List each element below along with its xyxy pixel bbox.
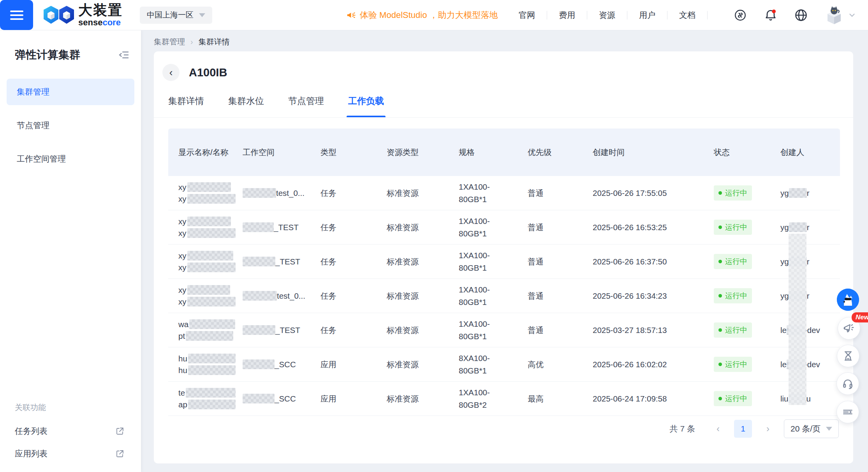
sidebar-collapse-icon[interactable] <box>118 49 130 61</box>
cell-spec: 1XA100-80GB*1 <box>459 284 528 308</box>
sidebar-item-1[interactable]: 节点管理 <box>7 112 134 139</box>
nav-divider <box>547 11 547 19</box>
name-prefix: hu <box>178 352 187 365</box>
nav-divider <box>627 11 627 19</box>
cell-name: huhu <box>178 353 243 376</box>
status-badge: 运行中 <box>714 322 752 338</box>
tab-2[interactable]: 节点管理 <box>288 95 324 118</box>
sidebar-item-2[interactable]: 工作空间管理 <box>7 146 134 172</box>
breadcrumb-parent[interactable]: 集群管理 <box>154 37 185 47</box>
nav-item-3[interactable]: 用户 <box>637 10 657 21</box>
name-line: xy <box>178 250 236 262</box>
column-header-1: 工作空间 <box>243 146 320 159</box>
main-area: 集群管理 › 集群详情 ‹ A100IB 集群详情集群水位节点管理工作负载 显示… <box>141 30 868 472</box>
sidebar-item-0[interactable]: 集群管理 <box>7 79 134 105</box>
support-button[interactable] <box>836 372 859 395</box>
tab-0[interactable]: 集群详情 <box>168 95 204 118</box>
name-censor <box>188 365 236 375</box>
name-censor <box>187 194 236 204</box>
sidebar-related-link-1[interactable]: 应用列表 <box>0 442 141 465</box>
creator-prefix: yg <box>780 187 789 199</box>
column-header-6: 创建时间 <box>593 146 714 159</box>
name-censor <box>187 251 233 261</box>
table-row: xyxytest_0...任务标准资源1XA100-80GB*1普通2025-0… <box>168 176 840 210</box>
name-censor <box>187 285 230 295</box>
cell-name: xyxy <box>178 216 243 239</box>
account-chevron-down-icon[interactable] <box>848 11 856 19</box>
sidebar-related: 关联功能 任务列表应用列表 <box>0 402 141 465</box>
collapse-list-icon <box>842 406 854 418</box>
page-size-select[interactable]: 20 条/页 <box>784 419 839 438</box>
back-button[interactable]: ‹ <box>162 64 180 81</box>
cell-spec: 1XA100-80GB*1 <box>459 181 528 206</box>
cell-resource-type: 标准资源 <box>387 358 459 371</box>
bell-icon[interactable] <box>763 7 778 23</box>
name-prefix: xy <box>178 284 187 296</box>
nav-item-2[interactable]: 资源 <box>597 10 617 21</box>
external-link-icon <box>115 449 125 458</box>
creator-prefix: liu <box>780 393 789 405</box>
name-prefix: hu <box>178 364 187 377</box>
cell-status: 运行中 <box>714 288 780 303</box>
app-root: 大装置 sensecore 中国上海一区 体验 ModelStudio ，助力大… <box>0 0 868 472</box>
tab-1[interactable]: 集群水位 <box>228 95 264 118</box>
cell-name: xyxy <box>178 181 243 205</box>
name-prefix: xy <box>178 250 187 262</box>
cell-workspace: test_0... <box>243 187 320 199</box>
collapse-panel-button[interactable] <box>836 401 859 423</box>
logo[interactable]: 大装置 sensecore <box>42 3 123 27</box>
column-header-7: 状态 <box>714 146 780 159</box>
pagination-next-button[interactable]: › <box>762 423 774 434</box>
nav-divider <box>587 11 587 19</box>
top-bar: 大装置 sensecore 中国上海一区 体验 ModelStudio ，助力大… <box>0 0 868 30</box>
name-censor <box>186 388 236 398</box>
name-line: xy <box>178 216 236 227</box>
pagination-prev-button[interactable]: ‹ <box>712 423 724 434</box>
creator-prefix: yg <box>780 290 789 302</box>
nav-item-4[interactable]: 文档 <box>678 10 697 21</box>
status-text: 运行中 <box>725 290 747 301</box>
new-badge: New <box>852 312 868 322</box>
cell-status: 运行中 <box>714 322 780 338</box>
sidebar-related-link-0[interactable]: 任务列表 <box>0 420 141 442</box>
globe-icon[interactable] <box>793 7 809 23</box>
mascot-avatar-button[interactable] <box>837 289 859 311</box>
creator-suffix: u <box>806 393 811 405</box>
sidebar-title: 弹性计算集群 <box>15 48 80 62</box>
name-censor <box>188 354 236 363</box>
cell-resource-type: 标准资源 <box>387 324 459 336</box>
workspace-suffix: _SCC <box>275 393 296 405</box>
history-button[interactable] <box>837 345 859 367</box>
link-icon[interactable] <box>732 7 748 23</box>
status-text: 运行中 <box>725 187 747 199</box>
nav-item-1[interactable]: 费用 <box>557 10 577 21</box>
cell-created: 2025-06-26 16:53:25 <box>593 221 714 234</box>
cell-priority: 普通 <box>528 324 593 336</box>
page-size-caret-icon <box>826 427 832 431</box>
name-line: xy <box>178 296 236 308</box>
spec-line: 80GB*1 <box>459 262 521 274</box>
status-dot-icon <box>718 328 722 332</box>
cell-name: xyxy <box>178 250 243 273</box>
nav-item-0[interactable]: 官网 <box>517 10 537 21</box>
user-avatar[interactable] <box>824 5 844 25</box>
workspace-censor <box>243 325 275 335</box>
cell-resource-type: 标准资源 <box>387 187 459 199</box>
status-text: 运行中 <box>725 222 747 233</box>
hamburger-icon <box>10 14 23 16</box>
status-dot-icon <box>718 363 722 366</box>
workspace-censor <box>243 291 277 301</box>
status-dot-icon <box>718 260 722 263</box>
status-dot-icon <box>718 397 722 400</box>
name-censor <box>187 297 236 306</box>
cell-name: xyxy <box>178 284 243 308</box>
hamburger-menu-button[interactable] <box>0 0 33 30</box>
tabs-divider <box>154 117 853 118</box>
workload-table: 显示名称/名称工作空间类型资源类型规格优先级创建时间状态创建人 xyxytest… <box>168 129 840 416</box>
table-header: 显示名称/名称工作空间类型资源类型规格优先级创建时间状态创建人 <box>168 129 840 176</box>
tab-3[interactable]: 工作负载 <box>348 95 384 118</box>
pagination-page-1[interactable]: 1 <box>734 420 752 438</box>
region-selector[interactable]: 中国上海一区 <box>140 7 212 24</box>
promo-banner[interactable]: 体验 ModelStudio ，助力大模型落地 <box>346 0 498 30</box>
cell-workspace: _SCC <box>243 393 320 405</box>
